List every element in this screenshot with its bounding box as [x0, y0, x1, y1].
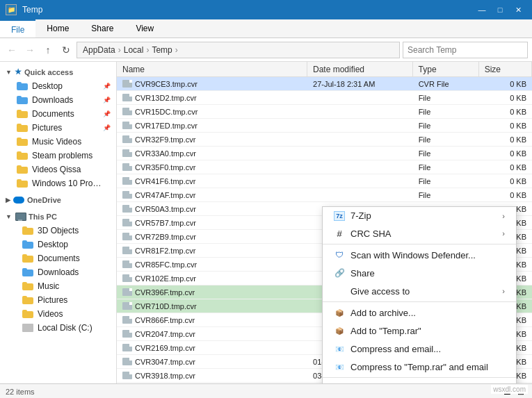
file-icon [122, 191, 132, 199]
file-type: File [413, 177, 479, 185]
path-appdata: AppData [83, 45, 115, 55]
sidebar-item-videos-qissa[interactable]: Videos Qissa [0, 163, 116, 176]
path-sep-2: › [146, 45, 149, 55]
ctx-sep-3 [323, 377, 516, 378]
sidebar-item-downloads-pc[interactable]: Downloads [0, 265, 116, 279]
file-name-cell: CVR50A3.tmp.cvr [117, 205, 307, 213]
tab-file[interactable]: File [0, 19, 35, 38]
table-row[interactable]: CVR15DC.tmp.cvrFile0 KB [117, 105, 532, 119]
tab-home[interactable]: Home [35, 19, 80, 38]
file-name: CVR41F6.tmp.cvr [135, 177, 195, 185]
sidebar-item-documents-pc[interactable]: Documents [0, 251, 116, 265]
sidebar-item-downloads-quick[interactable]: Downloads 📌 [0, 93, 116, 107]
file-name: CVR9CE3.tmp.cvr [135, 80, 198, 88]
table-row[interactable]: CVR41F6.tmp.cvrFile0 KB [117, 174, 532, 188]
table-row[interactable]: CVR32F9.tmp.cvrFile0 KB [117, 133, 532, 147]
file-name-cell: CVR3047.tmp.cvr [117, 358, 307, 366]
forward-button[interactable]: → [22, 42, 38, 58]
title-bar: 📁 Temp — □ ✕ [0, 0, 532, 19]
file-name: CVR396F.tmp.cvr [135, 288, 195, 297]
ctx-item-add-archive[interactable]: 📦 Add to archive... [323, 304, 516, 322]
ctx-add-archive-label: Add to archive... [350, 308, 416, 318]
file-icon [122, 274, 132, 282]
file-name: CVR50A3.tmp.cvr [135, 205, 196, 213]
quick-access-arrow: ▼ [6, 69, 12, 76]
sidebar-section-onedrive[interactable]: ▶ OneDrive [0, 193, 116, 207]
file-name: CVR3918.tmp.cvr [135, 372, 195, 380]
onedrive-label: OneDrive [27, 196, 61, 204]
sidebar-item-pictures-quick[interactable]: Pictures 📌 [0, 121, 116, 135]
ctx-compress-email-label: Compress and email... [350, 344, 441, 354]
back-button[interactable]: ← [4, 42, 19, 58]
sidebar-item-steam-problems[interactable]: Steam problems [0, 149, 116, 163]
sidebar-item-music-videos[interactable]: Music Videos [0, 135, 116, 149]
pin-icon-dl: 📌 [103, 97, 111, 103]
ctx-item-add-temp-rar[interactable]: 📦 Add to "Temp.rar" [323, 322, 516, 340]
file-size: 0 KB [479, 177, 532, 185]
sidebar-item-documents-quick[interactable]: Documents 📌 [0, 107, 116, 121]
table-row[interactable]: CVR35F0.tmp.cvrFile0 KB [117, 160, 532, 174]
col-header-name[interactable]: Name [117, 62, 307, 76]
sidebar-item-3dobjects[interactable]: 3D Objects [0, 224, 116, 238]
file-icon [122, 372, 132, 379]
file-icon [122, 358, 132, 365]
ctx-item-crc[interactable]: # CRC SHA › [323, 224, 516, 242]
col-header-date[interactable]: Date modified [307, 62, 413, 76]
ctx-item-7zip[interactable]: 7z 7-Zip › [323, 207, 516, 224]
title-bar-icons: 📁 [6, 4, 17, 15]
close-button[interactable]: ✕ [510, 3, 526, 16]
minimize-button[interactable]: — [474, 3, 490, 16]
sidebar-section-quick-access[interactable]: ▼ ★ Quick access [0, 65, 116, 79]
table-row[interactable]: CVR47AF.tmp.cvrFile0 KB [117, 188, 532, 202]
sidebar-item-desktop-pc[interactable]: Desktop [0, 238, 116, 251]
file-type: File [413, 191, 479, 199]
file-name: CVR15DC.tmp.cvr [135, 108, 198, 116]
table-row[interactable]: CVR9CE3.tmp.cvr27-Jul-18 2:31 AMCVR File… [117, 77, 532, 91]
col-header-type[interactable]: Type [413, 62, 479, 76]
col-header-size[interactable]: Size [479, 62, 532, 76]
sidebar-item-videos-pc[interactable]: Videos [0, 307, 116, 321]
file-area: Name Date modified Type Size CVR9CE3.tmp… [117, 62, 532, 383]
tab-view[interactable]: View [124, 19, 165, 38]
sidebar-item-desktop-quick[interactable]: Desktop 📌 [0, 79, 116, 93]
crc-submenu-arrow: › [502, 229, 505, 238]
file-name-cell: CVR85FC.tmp.cvr [117, 260, 307, 269]
tab-share[interactable]: Share [80, 19, 124, 38]
ctx-item-sendto[interactable]: Send to › [323, 379, 516, 383]
sidebar-item-local-disk[interactable]: Local Disk (C:) [0, 321, 116, 335]
file-icon [122, 108, 132, 115]
videos-pc-icon [22, 310, 33, 318]
file-icon [122, 344, 132, 351]
search-input[interactable] [403, 42, 528, 58]
path-temp: Temp [152, 45, 172, 55]
file-name-cell: CVR3918.tmp.cvr [117, 372, 307, 380]
ctx-item-give-access[interactable]: Give access to › [323, 282, 516, 300]
file-size: 0 KB [479, 108, 532, 116]
documents-pc-label: Documents [38, 254, 80, 263]
sidebar-item-music-pc[interactable]: Music [0, 279, 116, 293]
sidebar-item-windows10[interactable]: Windows 10 Proble... [0, 176, 116, 190]
table-row[interactable]: CVR17ED.tmp.cvrFile0 KB [117, 119, 532, 133]
table-row[interactable]: CVR33A0.tmp.cvrFile0 KB [117, 147, 532, 160]
sidebar-section-thispc[interactable]: ▼ This PC [0, 210, 116, 224]
ctx-item-defender[interactable]: 🛡 Scan with Windows Defender... [323, 246, 516, 264]
desktop-pc-icon [22, 240, 33, 249]
refresh-button[interactable]: ↻ [58, 42, 74, 58]
videos-qissa-folder-icon [17, 165, 28, 174]
ctx-item-compress-rar-email[interactable]: 📧 Compress to "Temp.rar" and email [323, 358, 516, 376]
file-name: CVR102E.tmp.cvr [135, 274, 196, 283]
path-sep-3: › [175, 45, 178, 55]
table-row[interactable]: CVR13D2.tmp.cvrFile0 KB [117, 91, 532, 105]
address-bar: ← → ↑ ↻ AppData › Local › Temp › [0, 38, 532, 62]
file-icon [122, 302, 132, 310]
windows10-label: Windows 10 Proble... [32, 179, 102, 188]
sidebar-item-pictures-pc[interactable]: Pictures [0, 293, 116, 307]
address-path[interactable]: AppData › Local › Temp › [76, 42, 400, 58]
file-name-cell: CVR33A0.tmp.cvr [117, 149, 307, 158]
file-icon [122, 80, 132, 88]
up-button[interactable]: ↑ [40, 42, 56, 58]
pin-icon-pic: 📌 [103, 124, 111, 131]
ctx-item-share[interactable]: 🔗 Share [323, 264, 516, 282]
ctx-item-compress-email[interactable]: 📧 Compress and email... [323, 340, 516, 358]
maximize-button[interactable]: □ [492, 3, 508, 16]
